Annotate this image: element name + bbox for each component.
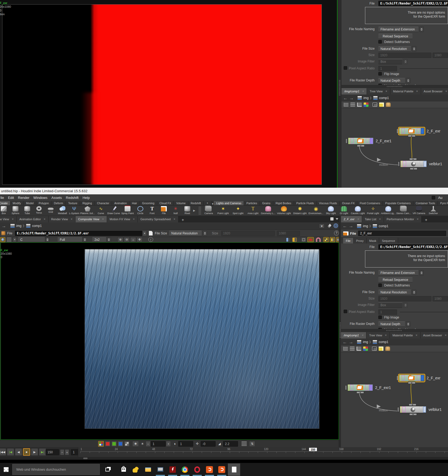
shelf-overflow-icon[interactable]: ▼ [212,203,214,205]
shelf-tool-volume-light[interactable]: Volume Light [276,206,292,216]
file-explorer-icon[interactable] [142,463,154,476]
crumb-img[interactable]: img [363,224,368,228]
crumb-comp1[interactable]: comp1 [379,96,389,100]
brightness-minus[interactable]: − [146,441,150,447]
playhead-marker[interactable]: 150 [309,447,317,451]
hsplitter[interactable] [342,85,448,88]
network-box-icon[interactable] [385,347,390,351]
alpha-swatch[interactable] [124,441,130,447]
shelf-tab-particle-fluids[interactable]: Particle Fluids [294,201,317,205]
shelf-tab-character[interactable]: Character [95,201,112,205]
shelf-tool-spot-light[interactable]: ✦Spot Light [231,206,245,216]
aspect-toggle[interactable] [344,310,347,313]
shelf-tab-hair[interactable]: Hair [129,201,140,205]
shelf-tool-file[interactable]: File [158,206,170,216]
scroll-grip[interactable] [83,458,88,459]
shelf-tab-fluid-containers[interactable]: Fluid Containers [357,201,383,205]
file-chooser-icon[interactable] [149,231,153,235]
performance-car-icon[interactable] [307,237,314,242]
shelf-tab-rigging[interactable]: Rigging [80,201,95,205]
offset-field[interactable]: -0 [201,441,216,447]
tab-motion-fx-view[interactable]: Motion FX View✕ [107,216,138,222]
node-name-field[interactable]: 2_F_exr [358,231,446,236]
detect-subframes-checkbox[interactable] [378,284,382,287]
flip-checkbox[interactable] [378,316,382,319]
close-icon[interactable]: ✕ [445,334,447,337]
gamma-field[interactable]: 2.2 [223,441,238,447]
shelf-tool-gi-light[interactable]: GI Light [338,206,350,216]
menu-edit[interactable]: Edit [8,196,14,200]
pane-maximize-icon[interactable] [330,217,334,221]
shelf-tab-animation[interactable]: Animation [112,201,130,205]
chrome-icon[interactable] [179,463,191,476]
filesize-spinner[interactable] [412,290,416,295]
tab-performance-monitor[interactable]: Performance Monitor✕ [384,216,422,222]
close-icon[interactable]: ✕ [102,218,104,221]
zoom-in-icon[interactable]: ⊕ [117,237,123,242]
shelf-tab-grains[interactable]: Grains [260,201,273,205]
shelf-tool-rivet[interactable]: Rivet [181,206,193,216]
shelf-tool-spray-paint[interactable]: Spray Paint [121,206,134,216]
naming-spinner[interactable] [419,27,424,32]
back-arrow-icon[interactable]: ← [343,96,348,100]
path-resolution-spinner[interactable] [203,231,207,236]
thumbnail-icon[interactable] [356,347,361,351]
houdini-icon[interactable] [203,463,216,476]
depth-dropdown[interactable]: Natural Depth [378,78,405,83]
shelf-tab-volume[interactable]: Volume [174,201,188,205]
close-icon[interactable]: ✕ [173,218,176,221]
blue-swatch[interactable] [118,441,123,447]
shelf-tab-lights-cameras[interactable]: Lights and Cameras [214,201,244,205]
task-view-button[interactable] [101,463,114,476]
subtab-file[interactable]: File [343,238,354,243]
shelf-tool-circle[interactable]: Circle [134,206,146,216]
back-arrow-icon[interactable]: ← [343,224,347,228]
channel-list-icon[interactable] [6,237,12,242]
shelf-tool-font[interactable]: TFont [146,206,158,216]
shelf-tool-camera[interactable]: Camera [202,206,216,216]
reload-sequence-button[interactable]: Reload Sequence [378,277,413,282]
forward-arrow-icon[interactable]: → [349,96,354,100]
path-resolution-dropdown[interactable]: Natural Resolution [169,231,202,236]
tab-img-comp1[interactable]: /img/comp1✕ [341,332,366,339]
tab-2-f-exr[interactable]: 2_F_exr✕ [341,216,362,222]
pin-icon[interactable] [328,224,331,228]
menu-assets[interactable]: Assets [51,196,62,200]
reload-sequence-button[interactable]: Reload Sequence [378,34,413,39]
pane-menu-icon[interactable] [336,218,338,220]
shelf-tool-point-light[interactable]: ✶Point Light [216,206,231,216]
shelf-tab-modify[interactable]: Modify [10,201,24,205]
shelf-tool-geometry-light[interactable]: Geometry L... [260,206,276,216]
filesize-spinner[interactable] [412,46,416,52]
adjust-cursor-icon[interactable]: ❋ [132,441,139,447]
shelf-tab-model[interactable]: Model [23,201,36,205]
channel-dropdown[interactable]: C [18,237,45,242]
rgba-swatch[interactable] [98,441,104,447]
tab-take-list[interactable]: Take List✕ [362,216,384,222]
shelf-tab-texture[interactable]: Texture [66,201,80,205]
close-icon[interactable]: ✕ [362,334,364,337]
timeline-scroll-strip[interactable] [0,457,448,460]
menu-windows[interactable]: Windows [33,196,47,200]
tab-render-view[interactable]: Render View✕ [49,216,76,222]
preview-toggle-icon[interactable] [0,237,5,242]
menu-render[interactable]: Render [18,196,29,200]
layout-icon[interactable] [372,103,377,107]
play-reverse-button[interactable]: ◀ [15,448,22,456]
dropdown-icon[interactable]: ▼ [319,224,324,228]
close-icon[interactable]: ✕ [379,218,381,221]
list-icon[interactable] [350,103,355,107]
shelf-tool-tube[interactable]: Tube [21,206,33,216]
depth-dropdown[interactable]: Natural Depth [378,321,405,327]
close-icon[interactable]: ✕ [417,218,419,221]
home-view-icon[interactable]: ⌂ [130,237,136,242]
tab-img-comp1[interactable]: /img/comp1✕ [342,88,367,95]
shelf-tab-polygon[interactable]: Polygon [36,201,51,205]
info-icon[interactable]: i [148,237,153,242]
monitor-app-icon[interactable] [154,463,166,476]
shelf-tool-portal-light[interactable]: ✧Portal Light [366,206,380,216]
red-swatch[interactable] [105,441,110,447]
houdini-icon-2[interactable] [216,463,228,476]
viewport-layout-icon[interactable] [301,237,306,242]
tab-tree-view[interactable]: Tree View✕ [367,88,390,95]
